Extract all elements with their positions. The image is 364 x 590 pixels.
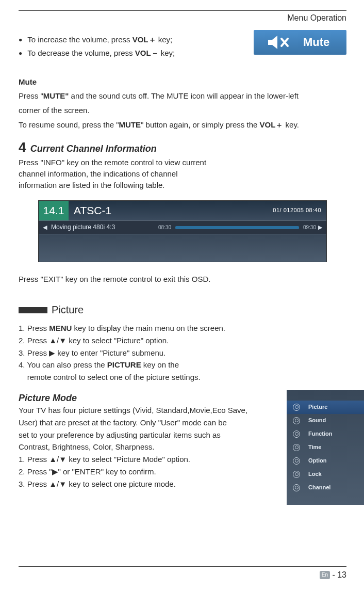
text: remote control to select one of the pict… <box>19 372 346 383</box>
picture-steps: 1. Press MENU key to display the main me… <box>19 323 346 383</box>
text: 1. Press <box>19 324 49 332</box>
menu-item-channel[interactable]: Channel <box>287 481 364 495</box>
menu-label: Sound <box>308 417 326 425</box>
menu-item-option[interactable]: Option <box>287 454 364 468</box>
plus-icon: ＋ <box>275 120 283 129</box>
menu-icon <box>293 457 300 465</box>
exit-text: Press "EXIT" key on the remote control t… <box>19 274 346 285</box>
menu-label: Channel <box>308 484 330 492</box>
menu-icon <box>293 471 300 478</box>
text: key to display the main menu on the scre… <box>72 324 225 332</box>
text: " button again, or simply press the <box>141 120 259 129</box>
plus-icon: ＋ <box>148 35 156 44</box>
menu-label: Picture <box>308 403 327 411</box>
menu-icon <box>293 430 300 438</box>
menu-item-time[interactable]: Time <box>287 441 364 454</box>
menu-item-function[interactable]: Function <box>287 427 364 441</box>
osd-body <box>39 234 326 262</box>
menu-icon <box>293 484 300 491</box>
page-footer: En - 13 <box>19 566 346 581</box>
text: 3. Press ▶ key to enter "Picture" submen… <box>19 347 346 359</box>
osd-datetime: 01/ 012005 08:40 <box>273 206 321 215</box>
key-picture: PICTURE <box>107 360 141 369</box>
osd-time-start: 08:30 <box>158 224 171 232</box>
triangle-right-icon: ▶ <box>318 224 322 232</box>
picture-section-header: Picture <box>19 302 346 317</box>
text: key; <box>156 35 173 44</box>
bullet-icon: ● <box>19 49 22 58</box>
text: To resume sound, press the " <box>19 120 119 129</box>
triangle-left-icon: ◀ <box>43 224 47 232</box>
mute-p1: Press "MUTE" and the sound cuts off. The… <box>19 90 346 102</box>
key-menu: MENU <box>49 324 72 332</box>
text: To decrease the volume, press <box>27 49 135 57</box>
text: key. <box>283 120 299 129</box>
menu-item-picture[interactable]: Picture <box>287 401 364 414</box>
key-vol: VOL <box>260 120 276 129</box>
menu-icon <box>293 444 300 451</box>
text: Press "INFO" key on the remote control t… <box>19 157 346 168</box>
menu-icon <box>293 404 300 411</box>
text: To increase the volume, press <box>27 35 132 44</box>
section4-head: 4 Current Channel Information <box>19 138 346 157</box>
text: 4. You can also press the <box>19 360 107 369</box>
key-vol: VOL <box>135 49 151 57</box>
text: key; <box>159 49 175 57</box>
section-number: 4 <box>19 138 26 157</box>
menu-item-lock[interactable]: Lock <box>287 468 364 481</box>
mute-heading: Mute <box>19 76 346 88</box>
menu-label: Function <box>308 430 332 438</box>
text: Press " <box>19 91 43 100</box>
header-bar-icon <box>19 307 47 313</box>
bullet-icon: ● <box>19 36 22 44</box>
text: key on the <box>141 360 179 369</box>
osd-channel-name: ATSC-1 <box>74 203 111 218</box>
main-menu-osd: Picture Sound Function Time Option Lock … <box>287 390 364 505</box>
mute-p3: To resume sound, press the "MUTE" button… <box>19 119 346 131</box>
menu-label: Option <box>308 457 326 465</box>
menu-label: Lock <box>308 470 322 479</box>
osd-program: Moving picture 480i 4:3 <box>51 223 115 232</box>
page-number: 13 <box>337 570 346 579</box>
text: channel information, the indications of … <box>19 168 346 180</box>
section-title: Current Channel Information <box>30 143 157 154</box>
menu-item-sound[interactable]: Sound <box>287 414 364 427</box>
key-vol: VOL <box>133 35 148 44</box>
text: information are listed in the following … <box>19 180 346 191</box>
mute-badge-label: Mute <box>303 34 329 51</box>
picture-label: Picture <box>52 302 84 317</box>
menu-label: Time <box>308 443 321 452</box>
lang-badge: En <box>320 571 330 580</box>
mute-p2: corner of the screen. <box>19 105 346 116</box>
key-mute: MUTE" <box>43 91 69 100</box>
osd-time-end: 09:30 <box>303 224 316 232</box>
channel-info-osd: 14.1 ATSC-1 01/ 012005 08:40 ◀ Moving pi… <box>38 200 327 263</box>
text: and the sound cuts off. The MUTE icon wi… <box>69 91 299 100</box>
menu-icon <box>293 417 300 424</box>
osd-channel-number: 14.1 <box>39 201 69 220</box>
page-section-title: Menu Operation <box>19 12 346 24</box>
key-mute: MUTE <box>119 120 141 129</box>
osd-progress-bar <box>175 226 299 229</box>
svg-marker-0 <box>268 36 277 49</box>
text: - <box>330 570 337 579</box>
mute-osd-badge: Mute <box>254 30 346 55</box>
minus-icon: － <box>151 49 159 57</box>
text: 2. Press ▲/▼ key to select "Picture" opt… <box>19 335 346 346</box>
speaker-mute-icon <box>267 35 294 50</box>
